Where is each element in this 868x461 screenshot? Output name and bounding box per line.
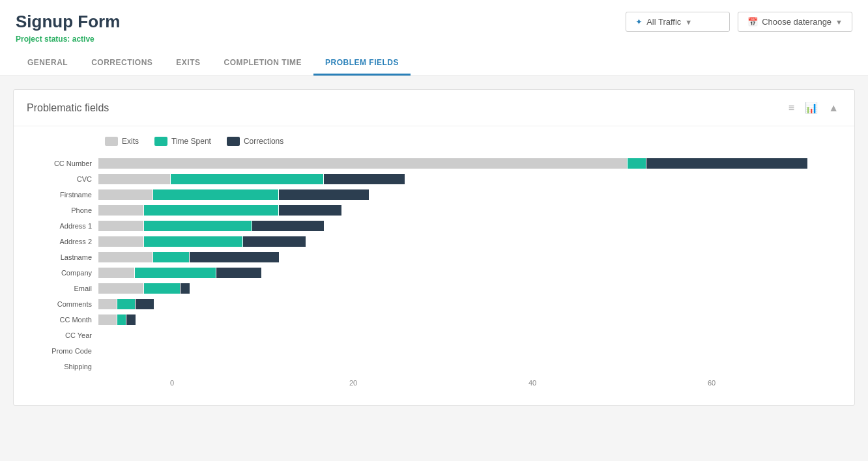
calendar-icon: 📅 bbox=[747, 17, 758, 27]
table-row: CC Year bbox=[27, 328, 841, 342]
exits-bar bbox=[98, 268, 134, 278]
bar-group bbox=[98, 361, 841, 372]
bar-group bbox=[98, 268, 841, 278]
exits-bar bbox=[98, 205, 143, 216]
collapse-button[interactable]: ▲ bbox=[826, 101, 841, 115]
exits-bar bbox=[98, 174, 170, 184]
bar-group bbox=[98, 189, 841, 200]
exits-bar bbox=[98, 221, 143, 231]
table-row: Address 1 bbox=[27, 219, 841, 233]
card-title: Problematic fields bbox=[27, 102, 109, 114]
time-spent-bar bbox=[153, 252, 189, 262]
corrections-bar bbox=[252, 221, 324, 231]
card-header: Problematic fields ≡ 📊 ▲ bbox=[14, 90, 854, 126]
exits-bar bbox=[98, 314, 117, 325]
bar-label: CC Year bbox=[27, 331, 98, 339]
status-value: active bbox=[72, 35, 94, 44]
bar-chart: CC NumberCVCFirstnamePhoneAddress 1Addre… bbox=[27, 156, 841, 374]
bar-label: Shipping bbox=[27, 363, 98, 370]
corrections-bar bbox=[190, 252, 280, 262]
bar-label: Comments bbox=[27, 300, 98, 308]
corrections-label: Corrections bbox=[244, 137, 283, 146]
corrections-swatch bbox=[227, 137, 240, 146]
tab-corrections[interactable]: CORRECTIONS bbox=[80, 51, 164, 76]
time-spent-bar bbox=[117, 299, 136, 309]
bar-label: Email bbox=[27, 285, 98, 292]
x-axis: 020406080 bbox=[98, 379, 841, 392]
table-row: CC Number bbox=[27, 156, 841, 171]
time-spent-label: Time Spent bbox=[171, 137, 211, 146]
header-top: Signup Form Project status: active ✦ All… bbox=[16, 12, 852, 44]
bar-label: CC Month bbox=[27, 316, 98, 324]
bar-group bbox=[98, 299, 841, 309]
corrections-bar bbox=[181, 283, 190, 294]
header-controls: ✦ All Traffic ▼ 📅 Choose daterange ▼ bbox=[626, 12, 852, 32]
chart-container: Exits Time Spent Corrections CC NumberCV… bbox=[14, 126, 854, 405]
traffic-filter-button[interactable]: ✦ All Traffic ▼ bbox=[626, 12, 730, 32]
bar-group bbox=[98, 236, 841, 247]
corrections-bar bbox=[136, 299, 154, 309]
time-spent-bar bbox=[144, 236, 242, 247]
traffic-chevron-icon: ▼ bbox=[685, 18, 692, 26]
exits-bar bbox=[98, 236, 143, 247]
page-title: Signup Form bbox=[16, 12, 120, 32]
table-row: Phone bbox=[27, 203, 841, 217]
title-section: Signup Form Project status: active bbox=[16, 12, 120, 44]
bar-group bbox=[98, 221, 841, 231]
nav-tabs: GENERAL CORRECTIONS EXITS COMPLETION TIM… bbox=[16, 51, 852, 76]
bar-group bbox=[98, 346, 841, 356]
time-spent-bar bbox=[628, 158, 646, 169]
time-spent-bar bbox=[171, 174, 323, 184]
daterange-btn-label: Choose daterange bbox=[762, 17, 832, 27]
bar-label: Firstname bbox=[27, 191, 98, 199]
tab-completion-time[interactable]: COMPLETION TIME bbox=[212, 51, 314, 76]
bar-label: Address 2 bbox=[27, 238, 98, 245]
bar-label: Phone bbox=[27, 206, 98, 214]
time-spent-bar bbox=[135, 268, 216, 278]
time-spent-bar bbox=[144, 283, 180, 294]
x-axis-tick: 40 bbox=[528, 379, 536, 387]
bar-label: CVC bbox=[27, 175, 98, 183]
exits-bar bbox=[98, 252, 152, 262]
table-row: Shipping bbox=[27, 359, 841, 374]
project-status: Project status: active bbox=[16, 35, 120, 44]
bar-label: Promo Code bbox=[27, 347, 98, 355]
table-row: Lastname bbox=[27, 250, 841, 264]
time-spent-swatch bbox=[154, 137, 167, 146]
table-row: Comments bbox=[27, 297, 841, 311]
bar-group bbox=[98, 330, 841, 341]
corrections-bar bbox=[126, 314, 136, 325]
header-area: Signup Form Project status: active ✦ All… bbox=[0, 0, 868, 76]
chart-view-button[interactable]: 📊 bbox=[802, 100, 820, 115]
legend-time-spent: Time Spent bbox=[154, 137, 211, 146]
exits-bar bbox=[98, 189, 152, 200]
time-spent-bar bbox=[153, 189, 279, 200]
x-axis-tick: 20 bbox=[349, 379, 357, 387]
table-row: Firstname bbox=[27, 188, 841, 202]
x-axis-tick: 0 bbox=[170, 379, 174, 387]
corrections-bar bbox=[243, 236, 306, 247]
time-spent-bar bbox=[144, 205, 278, 216]
exits-swatch bbox=[105, 137, 118, 146]
legend-exits: Exits bbox=[105, 137, 139, 146]
exits-bar bbox=[98, 158, 627, 169]
table-row: CC Month bbox=[27, 313, 841, 327]
list-view-button[interactable]: ≡ bbox=[786, 101, 797, 115]
time-spent-bar bbox=[117, 314, 126, 325]
exits-bar bbox=[98, 299, 117, 309]
daterange-filter-button[interactable]: 📅 Choose daterange ▼ bbox=[738, 12, 852, 32]
bar-label: Address 1 bbox=[27, 222, 98, 230]
corrections-bar bbox=[646, 158, 808, 169]
bar-label: Company bbox=[27, 269, 98, 277]
daterange-chevron-icon: ▼ bbox=[835, 18, 843, 26]
tab-exits[interactable]: EXITS bbox=[164, 51, 212, 76]
bar-label: CC Number bbox=[27, 160, 98, 167]
tab-general[interactable]: GENERAL bbox=[16, 51, 80, 76]
content-area: Problematic fields ≡ 📊 ▲ Exits Time Spen… bbox=[0, 76, 868, 419]
table-row: Email bbox=[27, 281, 841, 296]
exits-bar bbox=[98, 283, 143, 294]
tab-problem-fields[interactable]: PROBLEM FIELDS bbox=[313, 51, 411, 76]
chart-card: Problematic fields ≡ 📊 ▲ Exits Time Spen… bbox=[13, 89, 855, 406]
table-row: Promo Code bbox=[27, 344, 841, 358]
table-row: CVC bbox=[27, 172, 841, 186]
